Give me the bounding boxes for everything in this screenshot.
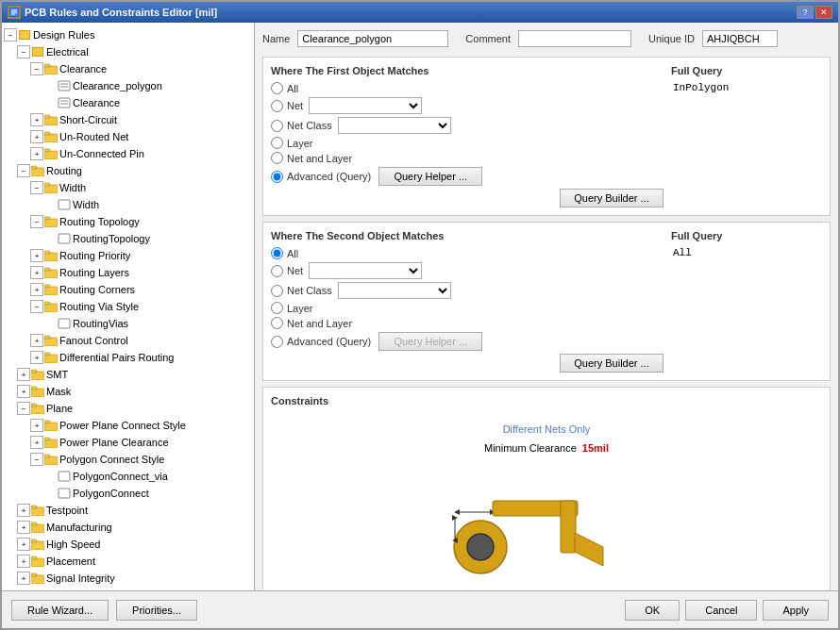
second-query-helper-btn[interactable]: Query Helper ... xyxy=(378,332,482,351)
tree-item-electrical[interactable]: Electrical xyxy=(2,43,254,60)
tree-item-width-leaf[interactable]: Width xyxy=(2,196,254,213)
tree-item-diff-pairs[interactable]: Differential Pairs Routing xyxy=(2,349,254,366)
expand-icon-routing-topology[interactable] xyxy=(30,215,43,228)
expand-icon-polygon-connect[interactable] xyxy=(30,453,43,466)
expand-icon-un-routed-net[interactable] xyxy=(30,130,43,143)
first-query-builder-btn[interactable]: Query Builder ... xyxy=(560,189,664,207)
tree-item-routing[interactable]: Routing xyxy=(2,162,254,179)
tree-item-routing-topology-leaf[interactable]: RoutingTopology xyxy=(2,230,254,247)
tree-item-routing-via-style-folder[interactable]: Routing Via Style xyxy=(2,298,254,315)
tree-item-width-folder[interactable]: Width xyxy=(2,179,254,196)
tree-item-plane[interactable]: Plane xyxy=(2,400,254,417)
help-button[interactable]: ? xyxy=(797,6,814,19)
cancel-button[interactable]: Cancel xyxy=(685,600,757,621)
expand-icon-routing-corners[interactable] xyxy=(30,283,43,296)
tree-item-routing-corners[interactable]: Routing Corners xyxy=(2,281,254,298)
label-clearance-folder: Clearance xyxy=(59,63,107,75)
expand-icon-signal-integrity[interactable] xyxy=(17,572,30,585)
second-advanced-option[interactable]: Advanced (Query) xyxy=(271,336,371,348)
tree-item-polygon-connect-via[interactable]: PolygonConnect_via xyxy=(2,468,254,485)
expand-icon-mask[interactable] xyxy=(17,385,30,398)
expand-icon-un-connected-pin[interactable] xyxy=(30,147,43,160)
second-layer-option[interactable]: Layer xyxy=(271,302,664,314)
svg-rect-58 xyxy=(31,539,37,542)
first-netclass-label: Net Class xyxy=(287,120,332,131)
expand-icon-placement[interactable] xyxy=(17,555,30,568)
second-all-option[interactable]: All xyxy=(271,247,664,259)
tree-item-manufacturing[interactable]: Manufacturing xyxy=(2,519,254,536)
expand-icon-diff-pairs[interactable] xyxy=(30,351,43,364)
svg-rect-18 xyxy=(31,168,44,176)
expand-icon-width[interactable] xyxy=(30,181,43,194)
first-netlayer-option[interactable]: Net and Layer xyxy=(271,152,664,164)
name-input[interactable] xyxy=(297,30,448,47)
tree-item-mask[interactable]: Mask xyxy=(2,383,254,400)
second-net-dropdown[interactable] xyxy=(309,262,422,279)
tree-item-polygon-connect-folder[interactable]: Polygon Connect Style xyxy=(2,451,254,468)
tree-item-design-rules[interactable]: Design Rules xyxy=(2,26,254,43)
tree-item-testpoint[interactable]: Testpoint xyxy=(2,502,254,519)
expand-icon-clearance[interactable] xyxy=(30,62,43,75)
first-netclass-option[interactable]: Net Class xyxy=(271,117,664,134)
first-net-option[interactable]: Net xyxy=(271,97,664,114)
apply-button[interactable]: Apply xyxy=(763,600,829,621)
expand-icon-power-plane-connect[interactable] xyxy=(30,419,43,432)
close-button[interactable]: ✕ xyxy=(815,6,832,19)
tree-item-routing-priority[interactable]: Routing Priority xyxy=(2,247,254,264)
second-netclass-dropdown[interactable] xyxy=(338,282,451,299)
expand-icon-routing-priority[interactable] xyxy=(30,249,43,262)
rule-wizard-button[interactable]: Rule Wizard... xyxy=(11,600,109,621)
first-net-dropdown[interactable] xyxy=(309,97,422,114)
tree-item-signal-integrity[interactable]: Signal Integrity xyxy=(2,570,254,587)
expand-icon-testpoint[interactable] xyxy=(17,504,30,517)
tree-item-placement[interactable]: Placement xyxy=(2,553,254,570)
second-net-option[interactable]: Net xyxy=(271,262,664,279)
first-layer-option[interactable]: Layer xyxy=(271,137,664,149)
expand-icon-short-circuit[interactable] xyxy=(30,113,43,126)
tree-item-power-plane-clearance[interactable]: Power Plane Clearance xyxy=(2,434,254,451)
folder-icon-plane xyxy=(31,402,44,415)
tree-item-clearance-polygon[interactable]: Clearance_polygon xyxy=(2,77,254,94)
first-all-option[interactable]: All xyxy=(271,82,664,94)
tree-item-high-speed[interactable]: High Speed xyxy=(2,536,254,553)
uniqueid-input[interactable] xyxy=(702,30,778,47)
expand-icon-smt[interactable] xyxy=(17,368,30,381)
expand-icon-plane[interactable] xyxy=(17,402,30,415)
tree-item-smt[interactable]: SMT xyxy=(2,366,254,383)
tree-item-routing-vias-leaf[interactable]: RoutingVias xyxy=(2,315,254,332)
tree-item-polygon-connect-leaf[interactable]: PolygonConnect xyxy=(2,485,254,502)
second-object-section: Where The Second Object Matches All Net xyxy=(262,222,831,381)
tree-item-clearance-folder[interactable]: Clearance xyxy=(2,60,254,77)
expand-icon-high-speed[interactable] xyxy=(17,538,30,551)
expand-icon-design-rules[interactable] xyxy=(4,28,17,41)
tree-item-routing-layers[interactable]: Routing Layers xyxy=(2,264,254,281)
expand-icon-routing-layers[interactable] xyxy=(30,266,43,279)
second-netlayer-option[interactable]: Net and Layer xyxy=(271,317,664,329)
expand-icon-manufacturing[interactable] xyxy=(17,521,30,534)
expand-icon-fanout-control[interactable] xyxy=(30,334,43,347)
svg-rect-37 xyxy=(44,355,58,363)
expand-icon-power-plane-clearance[interactable] xyxy=(30,436,43,449)
ok-button[interactable]: OK xyxy=(625,600,680,621)
first-netclass-dropdown[interactable] xyxy=(338,117,451,134)
expand-icon-electrical[interactable] xyxy=(17,45,30,58)
svg-rect-30 xyxy=(44,287,58,295)
second-query-builder-btn[interactable]: Query Builder ... xyxy=(560,354,664,373)
tree-item-fanout-control[interactable]: Fanout Control xyxy=(2,332,254,349)
comment-input[interactable] xyxy=(518,30,631,47)
second-netclass-option[interactable]: Net Class xyxy=(271,282,664,299)
first-advanced-option[interactable]: Advanced (Query) xyxy=(271,171,371,183)
tree-item-un-connected-pin[interactable]: Un-Connected Pin xyxy=(2,145,254,162)
expand-icon-routing-via-style[interactable] xyxy=(30,300,43,313)
tree-item-short-circuit[interactable]: Short-Circuit xyxy=(2,111,254,128)
tree-item-clearance-leaf[interactable]: Clearance xyxy=(2,94,254,111)
priorities-button[interactable]: Priorities... xyxy=(116,600,197,621)
label-placement: Placement xyxy=(46,555,95,567)
svg-rect-44 xyxy=(31,404,37,406)
tree-item-un-routed-net[interactable]: Un-Routed Net xyxy=(2,128,254,145)
expand-icon-routing[interactable] xyxy=(17,164,30,177)
first-query-helper-btn[interactable]: Query Helper ... xyxy=(378,167,482,186)
tree-item-routing-topology-folder[interactable]: Routing Topology xyxy=(2,213,254,230)
tree-item-power-plane-connect[interactable]: Power Plane Connect Style xyxy=(2,417,254,434)
label-electrical: Electrical xyxy=(46,46,89,58)
